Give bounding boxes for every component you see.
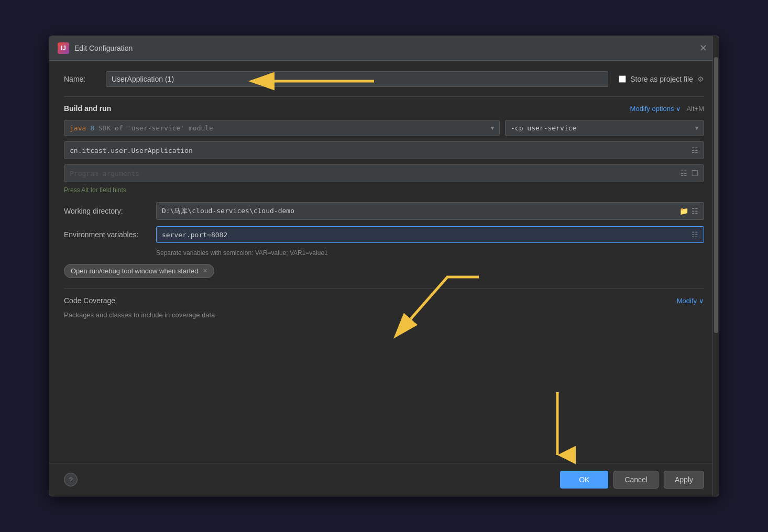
dialog-title: Edit Configuration bbox=[74, 44, 133, 52]
coverage-header: Code Coverage Modify ∨ bbox=[64, 296, 704, 305]
working-dir-copy-icon[interactable]: ☷ bbox=[692, 207, 698, 215]
ok-button[interactable]: OK bbox=[560, 471, 608, 489]
java-keyword: java bbox=[70, 124, 86, 132]
program-args-copy-icon[interactable]: ☷ bbox=[681, 169, 687, 178]
footer-buttons: OK Cancel Apply bbox=[560, 471, 704, 489]
name-label: Name: bbox=[64, 75, 95, 83]
working-dir-folder-icon[interactable]: 📁 bbox=[679, 207, 688, 215]
app-icon: IJ bbox=[58, 42, 69, 54]
name-input[interactable] bbox=[106, 71, 608, 87]
program-args-row[interactable]: Program arguments ☷ ❐ bbox=[64, 164, 704, 182]
env-vars-value: server.port=8082 bbox=[162, 231, 227, 239]
sdk-dropdown-arrow: ▼ bbox=[491, 125, 494, 131]
main-class-row: cn.itcast.user.UserApplication ☷ bbox=[64, 141, 704, 159]
working-dir-value: D:\马库\cloud-services\cloud-demo bbox=[162, 206, 294, 216]
java-version: 8 bbox=[90, 124, 94, 132]
coverage-title: Code Coverage bbox=[64, 296, 115, 305]
working-dir-row: Working directory: D:\马库\cloud-services\… bbox=[64, 202, 704, 220]
dialog-body: Name: Store as project file ⚙ Build and … bbox=[49, 61, 719, 463]
scrollbar[interactable] bbox=[712, 36, 719, 496]
dialog-footer: ? OK Cancel Apply bbox=[49, 463, 719, 496]
name-row: Name: Store as project file ⚙ bbox=[64, 71, 704, 87]
close-button[interactable]: ✕ bbox=[696, 41, 710, 55]
cancel-button[interactable]: Cancel bbox=[613, 471, 659, 489]
gear-icon[interactable]: ⚙ bbox=[697, 75, 704, 83]
sdk-selector[interactable]: java 8 SDK of 'user-service' module ▼ bbox=[64, 120, 500, 136]
cp-selector[interactable]: -cp user-service ▼ bbox=[505, 120, 704, 136]
build-run-header: Build and run Modify options ∨ Alt+M bbox=[64, 104, 704, 113]
apply-button[interactable]: Apply bbox=[664, 471, 704, 489]
modify-options-shortcut: Alt+M bbox=[686, 105, 704, 113]
modify-options-button[interactable]: Modify options ∨ bbox=[630, 105, 682, 113]
tag-close-0[interactable]: ✕ bbox=[203, 268, 207, 274]
env-vars-copy-icon[interactable]: ☷ bbox=[692, 230, 698, 239]
env-vars-hint: Separate variables with semicolon: VAR=v… bbox=[156, 249, 704, 257]
store-project-label: Store as project file bbox=[630, 75, 693, 83]
coverage-desc: Packages and classes to include in cover… bbox=[64, 311, 215, 319]
tag-row: Open run/debug tool window when started … bbox=[64, 264, 704, 278]
main-class-icon-btn[interactable]: ☷ bbox=[692, 146, 698, 154]
title-bar: IJ Edit Configuration ✕ bbox=[49, 36, 719, 61]
store-project-checkbox[interactable] bbox=[619, 75, 626, 83]
sdk-row: java 8 SDK of 'user-service' module ▼ -c… bbox=[64, 120, 704, 136]
coverage-section: Code Coverage Modify ∨ Packages and clas… bbox=[64, 289, 704, 319]
program-args-expand-icon[interactable]: ❐ bbox=[692, 169, 698, 178]
store-project-area: Store as project file ⚙ bbox=[619, 75, 704, 83]
tag-label-0: Open run/debug tool window when started bbox=[71, 267, 199, 275]
help-button[interactable]: ? bbox=[64, 473, 78, 486]
working-dir-input[interactable]: D:\马库\cloud-services\cloud-demo 📁 ☷ bbox=[156, 202, 704, 220]
cp-value: -cp user-service bbox=[511, 124, 576, 132]
cp-dropdown-arrow: ▼ bbox=[695, 125, 698, 131]
program-args-placeholder: Program arguments bbox=[70, 170, 139, 178]
working-dir-label: Working directory: bbox=[64, 207, 148, 215]
env-vars-input[interactable]: server.port=8082 ☷ bbox=[156, 226, 704, 243]
env-vars-row: Environment variables: server.port=8082 … bbox=[64, 226, 704, 243]
env-vars-label: Environment variables: bbox=[64, 230, 148, 239]
hint-text: Press Alt for field hints bbox=[64, 186, 704, 194]
coverage-modify-button[interactable]: Modify ∨ bbox=[677, 297, 704, 305]
scrollbar-thumb bbox=[714, 57, 718, 333]
section-divider-1 bbox=[64, 96, 704, 97]
main-class-text: cn.itcast.user.UserApplication bbox=[70, 147, 193, 154]
tag-item-0[interactable]: Open run/debug tool window when started … bbox=[64, 264, 214, 278]
sdk-hint: SDK of 'user-service' module bbox=[98, 124, 213, 132]
build-run-title: Build and run bbox=[64, 104, 111, 113]
